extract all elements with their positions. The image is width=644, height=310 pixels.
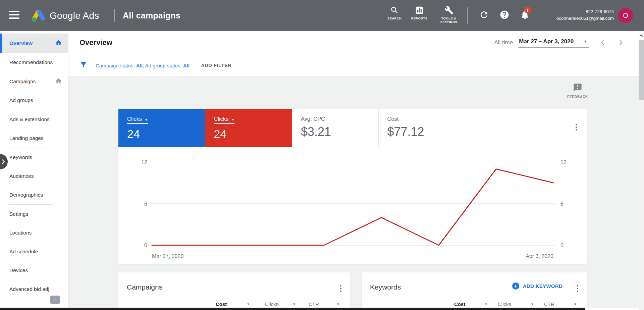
clicks-line-chart: 12 6 0 12 6 0 Mar 27, 2020 Apr 3, 2020 <box>118 147 587 264</box>
filter-text: ; Ad group status: <box>143 63 183 68</box>
date-range-next-button[interactable] <box>616 38 625 47</box>
google-ads-logo-icon[interactable] <box>31 8 46 24</box>
clicks-series-line <box>152 169 553 245</box>
notifications-button[interactable]: ! <box>519 9 531 21</box>
search-button[interactable]: SEARCH <box>380 6 409 20</box>
sidebar-item-recommendations[interactable]: Recommendations <box>0 53 68 72</box>
y-tick-right: 12 <box>560 159 567 165</box>
add-filter-button[interactable]: ADD FILTER <box>201 63 231 68</box>
sidebar-item-label: Ad groups <box>9 97 33 103</box>
sidebar-item-label: Campaigns <box>9 79 36 85</box>
chevron-down-icon: ▼ <box>574 302 577 306</box>
sidebar-item-label: Devices <box>9 267 28 273</box>
sidebar-item-keywords[interactable]: Keywords <box>0 148 68 167</box>
campaigns-card-title: Campaigns <box>127 283 162 291</box>
sidebar-item-label: Settings <box>9 211 28 217</box>
keywords-overflow-menu[interactable] <box>575 285 581 293</box>
tools-settings-button[interactable]: TOOLS & SETTINGS <box>435 6 463 24</box>
account-info[interactable]: 822-729-6074 oconneralex051@gmail.com <box>556 8 614 22</box>
add-keyword-button[interactable]: + ADD KEYWORD <box>512 282 562 290</box>
header-divider <box>467 7 468 24</box>
campaigns-card: Campaigns Cost ▼ Clicks ▼ CTR ▼ <box>118 272 350 310</box>
filter-status-chip[interactable]: Campaign status: All; Ad group status: A… <box>96 63 190 68</box>
keywords-column-clicks[interactable]: Clicks ▼ <box>498 301 534 307</box>
keywords-column-ctr[interactable]: CTR ▼ <box>544 301 577 307</box>
app-header: Google Ads All campaigns SEARCH REPORTS … <box>0 0 644 31</box>
scrollbar-up-button[interactable] <box>639 31 644 40</box>
product-name: Google Ads <box>50 0 99 31</box>
date-range-prev-button[interactable] <box>598 38 607 47</box>
keywords-column-cost[interactable]: Cost ▼ <box>454 301 488 307</box>
metric-selector[interactable]: Clicks▼ <box>127 116 148 124</box>
sidebar-item-audiences[interactable]: Audiences <box>0 167 68 186</box>
date-range-control: All time Mar 27 – Apr 3, 2020 ▼ <box>494 38 639 48</box>
header-divider <box>114 9 115 22</box>
caret-up-icon <box>639 34 643 37</box>
y-tick-left: 12 <box>141 159 147 165</box>
feedback-bubble-icon <box>573 88 582 93</box>
sidebar-item-label: Audiences <box>9 173 34 179</box>
campaigns-overflow-menu[interactable] <box>338 285 344 293</box>
sidebar-item-settings[interactable]: Settings <box>0 205 68 223</box>
sidebar-item-locations[interactable]: Locations <box>0 223 68 242</box>
sidebar-item-label: Landing pages <box>9 135 44 141</box>
sidebar-nav: Overview Recommendations Campaigns Ad gr… <box>0 31 68 310</box>
y-tick-left: 6 <box>144 201 147 207</box>
screen-bottom-strip <box>0 308 585 310</box>
scrollbar-thumb[interactable] <box>639 40 644 100</box>
sidebar-item-label: Locations <box>9 230 32 236</box>
keywords-card: Keywords + ADD KEYWORD Cost ▼ Clicks ▼ C… <box>362 272 587 310</box>
filter-value: All <box>136 63 143 68</box>
sidebar-item-ads-extensions[interactable]: Ads & extensions <box>0 110 68 129</box>
chevron-down-icon: ▼ <box>293 302 296 306</box>
metric-value: 24 <box>214 127 292 141</box>
date-range-picker[interactable]: Mar 27 – Apr 3, 2020 ▼ <box>518 38 589 48</box>
sidebar-item-demographics[interactable]: Demographics <box>0 186 68 204</box>
chevron-down-icon: ▼ <box>485 302 488 306</box>
reports-icon <box>415 6 424 15</box>
column-label: CTR <box>309 301 319 307</box>
column-label: Clicks <box>265 301 278 307</box>
filter-bar: Campaign status: All; Ad group status: A… <box>68 54 639 77</box>
chevron-down-icon: ▼ <box>231 118 235 121</box>
sidebar-item-landing-pages[interactable]: Landing pages <box>0 129 68 148</box>
column-label: CTR <box>544 301 554 307</box>
sidebar-item-ad-schedule[interactable]: Ad schedule <box>0 242 68 261</box>
reports-label: REPORTS <box>411 16 428 20</box>
y-tick-right: 6 <box>560 201 564 207</box>
campaigns-column-ctr[interactable]: CTR ▼ <box>309 301 340 307</box>
sidebar-item-label: Keywords <box>9 154 32 160</box>
account-email: oconneralex051@gmail.com <box>556 15 614 22</box>
vertical-scrollbar[interactable] <box>639 31 644 310</box>
keywords-card-title: Keywords <box>370 283 401 291</box>
reports-button[interactable]: REPORTS <box>405 6 433 20</box>
avatar[interactable]: O <box>618 8 633 23</box>
feedback-button[interactable]: FEEDBACK <box>563 83 592 99</box>
campaigns-column-cost[interactable]: Cost ▼ <box>216 301 250 307</box>
scorecard-strip: Clicks▼ 24 Clicks▼ 24 Avg. CPC $3.21 Cos… <box>118 109 587 147</box>
column-label: Cost <box>216 301 227 307</box>
help-button[interactable] <box>498 9 511 21</box>
filter-value: All <box>183 63 190 68</box>
account-phone: 822-729-6074 <box>556 8 614 15</box>
chart-overflow-menu[interactable] <box>573 123 579 131</box>
refresh-icon <box>479 10 489 21</box>
sidebar-item-devices[interactable]: Devices <box>0 261 68 280</box>
sidebar-item-campaigns[interactable]: Campaigns <box>0 72 68 91</box>
sidebar-item-label: Overview <box>9 40 33 46</box>
scorecard-cost: Cost $77.12 <box>379 109 466 147</box>
refresh-button[interactable] <box>478 9 490 21</box>
sidebar-item-label: Advanced bid adj. <box>9 286 51 292</box>
y-tick-left: 0 <box>144 243 147 248</box>
feedback-bubble-icon[interactable]: ! <box>50 296 60 304</box>
metric-value: $77.12 <box>387 125 465 139</box>
overview-chart-card: Clicks▼ 24 Clicks▼ 24 Avg. CPC $3.21 Cos… <box>118 109 587 264</box>
sidebar-item-overview[interactable]: Overview <box>0 34 68 53</box>
campaigns-column-clicks[interactable]: Clicks ▼ <box>265 301 296 307</box>
sidebar-item-ad-groups[interactable]: Ad groups <box>0 91 68 110</box>
metric-selector[interactable]: Clicks▼ <box>214 116 235 124</box>
sidebar-item-label: Recommendations <box>9 59 53 65</box>
hamburger-menu-icon[interactable] <box>9 11 19 20</box>
column-label: Cost <box>454 301 465 307</box>
scorecard-avg-cpc: Avg. CPC $3.21 <box>292 109 379 147</box>
